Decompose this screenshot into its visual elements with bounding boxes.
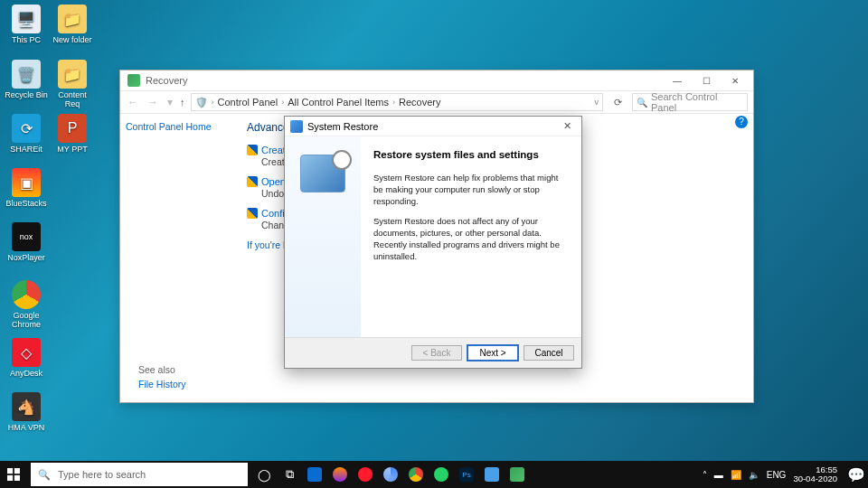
dialog-close-button[interactable]: ✕ (556, 120, 578, 132)
crumb-1[interactable]: Control Panel (218, 97, 278, 108)
windows-icon (7, 468, 20, 481)
cortana-icon[interactable]: ◯ (251, 461, 277, 488)
taskbar-app-firefox[interactable] (327, 461, 353, 488)
desktop-icon-noxplayer[interactable]: noxNoxPlayer (5, 222, 48, 262)
recovery-icon (127, 74, 140, 87)
tray-volume-icon[interactable]: 🔈 (749, 470, 760, 480)
tray-language[interactable]: ENG (767, 470, 787, 480)
search-icon: 🔍 (637, 98, 647, 108)
dialog-side-graphic (285, 136, 361, 337)
window-title: Recovery (146, 75, 187, 86)
shield-icon (247, 208, 258, 219)
window-titlebar[interactable]: Recovery — ☐ ✕ (120, 70, 753, 90)
refresh-icon[interactable]: ⟳ (609, 97, 627, 108)
crumb-2[interactable]: All Control Panel Items (288, 97, 389, 108)
dialog-content: Restore system files and settings System… (361, 136, 581, 337)
taskbar-app-chrome[interactable] (403, 461, 429, 488)
system-tray: ˄ ▬ 📶 🔈 ENG 16:55 30-04-2020 (695, 465, 844, 484)
desktop-icon-content-req[interactable]: 📁Content Req (51, 60, 94, 108)
taskbar-clock[interactable]: 16:55 30-04-2020 (793, 465, 837, 484)
search-input[interactable]: 🔍 Search Control Panel (632, 93, 748, 111)
sidebar: Control Panel Home See also File History (120, 114, 236, 402)
dialog-text-1: System Restore can help fix problems tha… (373, 173, 569, 207)
desktop-icon-bluestacks[interactable]: ▣BlueStacks (5, 168, 48, 208)
nav-up-icon[interactable]: ↑ (180, 97, 185, 108)
desktop-icon-hmavpn[interactable]: 🐴HMA VPN (5, 392, 48, 432)
nav-forward-icon[interactable]: → (146, 96, 160, 108)
desktop-icon-anydesk[interactable]: ◇AnyDesk (5, 338, 48, 378)
desktop-icon-shareit[interactable]: ⟳SHAREit (5, 114, 48, 154)
cancel-button[interactable]: Cancel (524, 345, 574, 361)
control-panel-home-link[interactable]: Control Panel Home (126, 121, 231, 132)
dialog-title: System Restore (307, 121, 378, 132)
desktop-icon-new-folder[interactable]: 📁New folder (51, 5, 94, 44)
taskbar-app-opera[interactable] (353, 461, 378, 488)
taskbar-app-explorer[interactable] (479, 461, 505, 488)
shield-icon (247, 176, 258, 187)
task-view-icon[interactable]: ⧉ (277, 461, 302, 488)
search-icon: 🔍 (38, 469, 51, 481)
system-restore-icon (290, 120, 303, 133)
back-button: < Back (411, 345, 462, 361)
tray-chevron-up-icon[interactable]: ˄ (703, 470, 707, 480)
monitor-clock-icon (300, 155, 345, 192)
close-button[interactable]: ✕ (721, 71, 750, 89)
taskbar-app-control-panel[interactable] (505, 461, 530, 488)
desktop-icon-my-ppt[interactable]: PMY PPT (51, 114, 94, 154)
tray-wifi-icon[interactable]: 📶 (731, 470, 741, 480)
taskbar-app-photoshop[interactable]: Ps (454, 461, 479, 488)
svg-rect-1 (14, 468, 20, 474)
chevron-down-icon[interactable]: v (595, 98, 599, 107)
crumb-3[interactable]: Recovery (399, 97, 440, 108)
nav-back-icon[interactable]: ← (126, 96, 140, 108)
tray-battery-icon[interactable]: ▬ (714, 470, 723, 480)
crumb-icon: 🛡️ (195, 97, 208, 108)
svg-rect-0 (7, 468, 13, 474)
address-bar: ← → ▾ ↑ 🛡️ › Control Panel › All Control… (120, 90, 753, 114)
notifications-icon[interactable]: 💬 (844, 461, 868, 488)
taskbar-app-chromium[interactable] (378, 461, 403, 488)
see-also-label: See also (138, 364, 175, 375)
start-button[interactable] (0, 461, 27, 488)
dialog-heading: Restore system files and settings (373, 149, 569, 160)
nav-dropdown-icon[interactable]: ▾ (165, 96, 175, 108)
dialog-titlebar[interactable]: System Restore ✕ (285, 117, 581, 136)
minimize-button[interactable]: — (663, 71, 692, 89)
desktop-icon-chrome[interactable]: Google Chrome (5, 280, 48, 329)
desktop-icon-this-pc[interactable]: 🖥️This PC (5, 5, 48, 44)
taskbar-app-whatsapp[interactable] (429, 461, 454, 488)
desktop-icon-recycle-bin[interactable]: 🗑️Recycle Bin (5, 60, 48, 99)
dialog-text-2: System Restore does not affect any of yo… (373, 216, 569, 262)
system-restore-dialog: System Restore ✕ Restore system files an… (284, 116, 582, 369)
taskbar-search[interactable]: 🔍 Type here to search (31, 463, 248, 486)
dialog-footer: < Back Next > Cancel (285, 337, 581, 368)
file-history-link[interactable]: File History (138, 379, 186, 389)
taskbar: 🔍 Type here to search ◯ ⧉ Ps ˄ ▬ 📶 🔈 ENG… (0, 461, 868, 488)
svg-rect-2 (7, 475, 13, 481)
shield-icon (247, 145, 258, 155)
breadcrumb[interactable]: 🛡️ › Control Panel › All Control Panel I… (191, 93, 604, 111)
svg-rect-3 (14, 475, 20, 481)
taskbar-app-edge[interactable] (302, 461, 327, 488)
next-button[interactable]: Next > (467, 345, 518, 361)
maximize-button[interactable]: ☐ (692, 71, 721, 89)
